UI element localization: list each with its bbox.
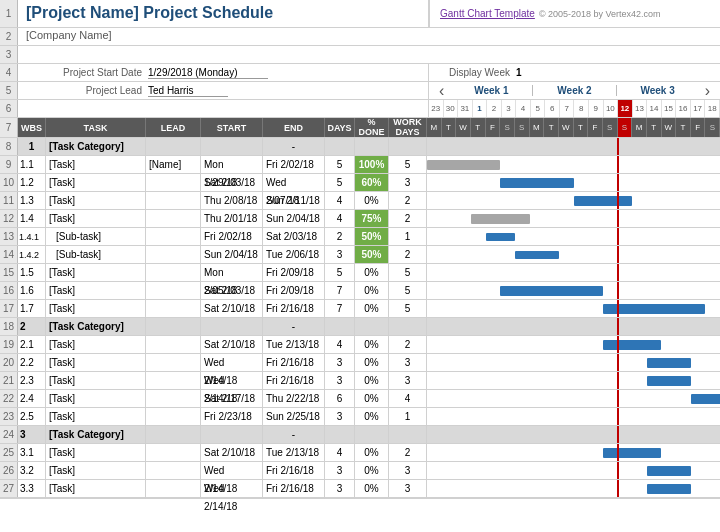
gantt-row-cell [427,336,720,353]
row-num: 16 [0,282,18,299]
today-line [617,138,619,155]
cell-end: - [263,318,325,335]
gantt-bar [515,251,559,259]
cell-task: [Task] [46,336,146,353]
gantt-bar [471,214,530,224]
cell-work: 3 [389,480,427,497]
cell-task: [Task] [46,480,146,497]
cell-lead [146,426,201,443]
cell-start: Sun 2/04/18 [201,246,263,263]
dow: F [588,118,603,137]
table-row: 14 1.4.2 [Sub-task] Sun 2/04/18 Tue 2/06… [0,246,720,264]
cell-start: Sat 2/10/18 [201,336,263,353]
table-row: 23 2.5 [Task] Fri 2/23/18 Sun 2/25/18 3 … [0,408,720,426]
row-num: 14 [0,246,18,263]
day-cell: 6 [545,100,560,117]
table-row: 10 1.2 [Task] Sat 2/03/18 Wed 2/07/18 5 … [0,174,720,192]
cell-work: 3 [389,354,427,371]
day-cell: 10 [604,100,619,117]
gantt-dates-row: 23 30 31 1 2 3 4 5 6 7 8 9 10 12 13 14 1… [429,100,720,117]
cell-start: Mon 1/29/18 [201,156,263,173]
row-num: 23 [0,408,18,425]
table-row: 18 2 [Task Category] - [0,318,720,336]
gantt-bar [647,376,691,386]
day-cell: 5 [531,100,546,117]
cell-wbs: 2.2 [18,354,46,371]
col-wbs-header: WBS [18,118,46,137]
col-work-header: WORK DAYS [389,118,427,137]
gantt-bar [574,196,633,206]
cell-task: [Task] [46,174,146,191]
row-num: 25 [0,444,18,461]
row-num: 26 [0,462,18,479]
table-row: 19 2.1 [Task] Sat 2/10/18 Tue 2/13/18 4 … [0,336,720,354]
cell-wbs: 3.3 [18,480,46,497]
cell-end: Fri 2/16/18 [263,300,325,317]
table-row: 11 1.3 [Task] Thu 2/08/18 Sun 2/11/18 4 … [0,192,720,210]
nav-left-arrow[interactable]: ‹ [439,82,444,100]
cell-wbs: 1.4.1 [18,228,46,245]
row-num: 10 [0,174,18,191]
cell-work: 3 [389,462,427,479]
day-cell: 16 [676,100,691,117]
gantt-row-cell [427,246,720,263]
cell-task: [Task] [46,282,146,299]
table-row: 21 2.3 [Task] Wed 2/14/18 Fri 2/16/18 3 … [0,372,720,390]
today-line [617,192,619,209]
cell-end: Wed 2/07/18 [263,174,325,191]
table-row: 20 2.2 [Task] Wed 2/14/18 Fri 2/16/18 3 … [0,354,720,372]
cell-wbs: 1 [18,138,46,155]
cell-days: 6 [325,390,355,407]
cell-days: 3 [325,246,355,263]
cell-lead [146,138,201,155]
gantt-bar [691,394,720,404]
gantt-row-cell [427,264,720,281]
cell-wbs: 3 [18,426,46,443]
dow: F [691,118,706,137]
cell-pct [355,138,389,155]
day-cell: 13 [633,100,648,117]
today-line [617,372,619,389]
row-num-6: 6 [0,100,18,117]
day-cell: 30 [444,100,459,117]
gantt-bar [647,484,691,494]
cell-start: Mon 2/05/18 [201,264,263,281]
cell-work: 2 [389,444,427,461]
dow: T [544,118,559,137]
col-task-header: TASK [46,118,146,137]
nav-right-arrow[interactable]: › [705,82,710,100]
gantt-row-cell [427,228,720,245]
row-num: 17 [0,300,18,317]
gantt-nav-row: ‹ Week 1 Week 2 Week 3 › [429,82,720,99]
cell-task: [Task] [46,354,146,371]
cell-end: Sat 2/03/18 [263,228,325,245]
cell-end: Sun 2/04/18 [263,210,325,227]
cell-start: Thu 2/08/18 [201,192,263,209]
cell-wbs: 1.5 [18,264,46,281]
dow: S [603,118,618,137]
cell-days: 5 [325,156,355,173]
cell-wbs: 2.3 [18,372,46,389]
day-numbers: 23 30 31 1 2 3 4 5 6 7 8 9 10 12 13 14 1… [429,100,720,117]
cell-end: Tue 2/13/18 [263,336,325,353]
cell-days: 5 [325,174,355,191]
cell-days [325,426,355,443]
cell-end: Sun 2/11/18 [263,192,325,209]
day-cell: 9 [589,100,604,117]
gantt-row-cell [427,426,720,443]
day-cell-today: 12 [618,100,633,117]
gantt-row-cell [427,408,720,425]
row-num: 21 [0,372,18,389]
cell-start: Fri 2/23/18 [201,408,263,425]
dow: T [647,118,662,137]
gantt-row-cell [427,138,720,155]
table-row: 12 1.4 [Task] Thu 2/01/18 Sun 2/04/18 4 … [0,210,720,228]
cell-task: [Task] [46,408,146,425]
dow: T [676,118,691,137]
col-pct-header: % DONE [355,118,389,137]
empty-rows [0,498,720,499]
today-line [617,156,619,173]
cell-work: 5 [389,156,427,173]
cell-lead [146,480,201,497]
gantt-bar [427,160,500,170]
